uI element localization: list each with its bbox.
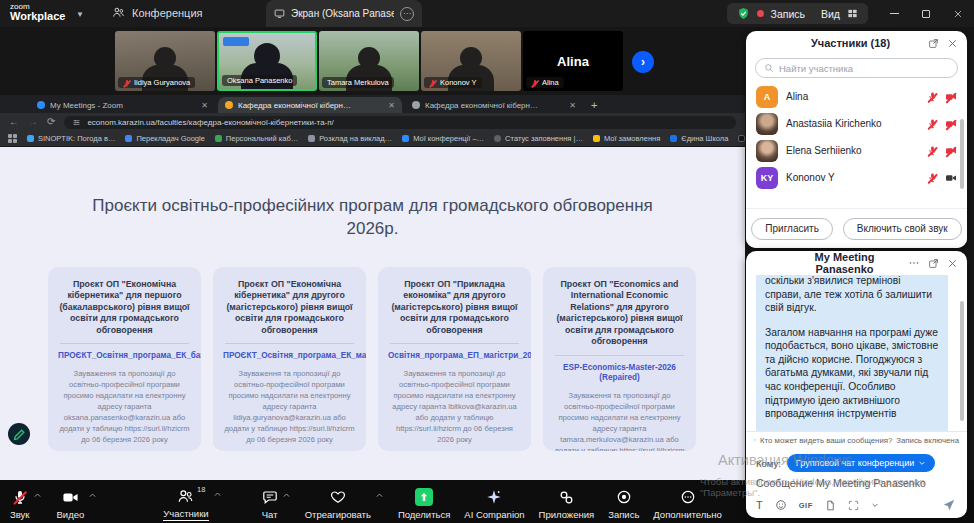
program-document-link[interactable]: Освітня_програма_ЕП_магістри_2026_проєкт xyxy=(388,351,521,362)
participant-row[interactable]: KY Kononov Y xyxy=(746,164,967,191)
privacy-question[interactable]: Кто может видеть ваши сообщения? xyxy=(760,436,892,445)
camera-off-icon[interactable] xyxy=(945,91,957,103)
participant-row[interactable]: Anastasiia Kirichenko xyxy=(746,110,967,137)
video-tile[interactable]: Tamara Merkulova xyxy=(319,31,419,91)
minimize-button[interactable] xyxy=(878,0,910,27)
bookmark-favicon xyxy=(402,135,409,142)
back-icon[interactable]: ← xyxy=(9,117,19,127)
chat-messages[interactable]: оскільки з'явилися термінові справи, але… xyxy=(746,275,967,431)
close-tab-icon[interactable]: ✕ xyxy=(388,101,395,110)
bookmark[interactable]: Human xyxy=(738,134,745,143)
mic-off-icon[interactable] xyxy=(927,91,938,102)
popout-icon[interactable] xyxy=(928,258,939,269)
more-options-icon[interactable] xyxy=(908,257,920,269)
chat-options-chevron[interactable] xyxy=(282,491,291,500)
card-title: Проєкт ОП "Економічна кібернетика" для д… xyxy=(223,279,356,336)
accessibility-widget-button[interactable] xyxy=(8,423,30,445)
camera-off-icon[interactable] xyxy=(945,145,957,157)
participant-row-partial[interactable] xyxy=(746,191,967,193)
unmute-button[interactable]: Включить свой звук xyxy=(843,218,962,240)
program-card: Проєкт ОП "Економічна кібернетика" для п… xyxy=(48,267,201,451)
zoom-favicon xyxy=(37,101,45,109)
video-tile-active-speaker[interactable]: Oksana Panasenko xyxy=(217,31,317,91)
react-options-chevron[interactable] xyxy=(375,491,384,500)
mic-off-icon[interactable] xyxy=(927,172,938,183)
program-document-link[interactable]: ПРОЄКТ_Освітня_програма_ЕК_магістри_2026 xyxy=(223,351,356,362)
apps-grid-icon[interactable] xyxy=(8,134,17,143)
video-button[interactable]: Видео xyxy=(56,483,84,520)
invite-button[interactable]: Пригласить xyxy=(751,218,833,240)
screen-capture-icon[interactable] xyxy=(848,500,859,511)
chat-bubble-icon xyxy=(262,488,278,506)
emoji-icon[interactable] xyxy=(775,499,787,511)
participants-button[interactable]: 18 Участники xyxy=(163,482,208,521)
gif-icon[interactable]: GIF xyxy=(799,501,813,510)
tab-screen-share[interactable]: Экран (Oksana Panasenko) ⋯ xyxy=(266,0,422,27)
close-icon[interactable] xyxy=(947,38,958,49)
tab-options-icon[interactable]: ⋯ xyxy=(400,7,414,21)
recording-label[interactable]: Запись xyxy=(771,8,805,20)
tune-icon[interactable] xyxy=(72,118,81,127)
participant-search[interactable] xyxy=(755,58,958,78)
chat-button[interactable]: Чат xyxy=(262,483,278,520)
bookmark[interactable]: SINOPTIK: Погода в… xyxy=(27,134,115,143)
program-document-link[interactable]: ESP-Economics-Master-2026 (Repaired) xyxy=(553,363,686,384)
video-tile[interactable]: Iidiya Guryanova xyxy=(115,31,215,91)
program-document-link[interactable]: ПРОЄКТ_Освітня_програма_ЕК_бакалаври_202… xyxy=(58,351,191,362)
share-screen-button[interactable]: Поделиться xyxy=(398,483,450,520)
forward-icon[interactable]: → xyxy=(28,117,38,127)
participant-row[interactable]: Elena Serhiienko xyxy=(746,137,967,164)
bookmark-favicon xyxy=(308,135,315,142)
close-tab-icon[interactable]: ✕ xyxy=(569,101,576,110)
record-button[interactable]: Запись xyxy=(608,483,639,520)
next-participants-button[interactable]: › xyxy=(632,51,654,73)
popout-icon[interactable] xyxy=(928,38,939,49)
bookmark[interactable]: Єдина Школа xyxy=(670,134,728,143)
address-bar[interactable]: econom.karazin.ua/faculties/кафедра-екон… xyxy=(64,116,736,129)
close-icon[interactable] xyxy=(947,258,958,269)
grid-view-icon[interactable] xyxy=(847,8,858,19)
video-tile[interactable]: Kononov Y xyxy=(421,31,521,91)
bookmark[interactable]: Розклад на виклад… xyxy=(308,134,392,143)
close-tab-icon[interactable]: ✕ xyxy=(201,101,208,110)
apps-button[interactable]: Приложения xyxy=(539,483,595,520)
bookmark[interactable]: Статус заповнення |… xyxy=(494,134,583,143)
bookmark[interactable]: Мої конференції –… xyxy=(402,134,484,143)
send-icon[interactable] xyxy=(942,498,956,512)
scrollbar[interactable] xyxy=(960,301,964,421)
reload-icon[interactable]: ⟳ xyxy=(47,117,55,127)
react-button[interactable]: Отреагировать xyxy=(305,483,371,520)
maximize-button[interactable] xyxy=(910,0,942,27)
mic-off-icon[interactable] xyxy=(927,145,938,156)
bookmark[interactable]: Персональний каб… xyxy=(215,134,298,143)
audio-button[interactable]: Звук xyxy=(10,483,29,520)
video-options-chevron[interactable] xyxy=(88,491,97,500)
browser-tab[interactable]: Кафедра економічної кіберн… ✕ xyxy=(405,97,583,113)
camera-on-icon[interactable] xyxy=(945,172,957,184)
more-button[interactable]: Дополнительно xyxy=(653,483,721,520)
recipient-selector[interactable]: Групповой чат конференции xyxy=(787,454,935,472)
video-tile[interactable]: Alina Alina xyxy=(523,31,623,91)
audio-options-chevron[interactable] xyxy=(33,491,42,500)
view-label[interactable]: Вид xyxy=(821,8,840,20)
browser-tab[interactable]: My Meetings - Zoom ✕ xyxy=(30,97,215,113)
shield-check-icon[interactable] xyxy=(737,7,750,20)
format-text-icon[interactable]: T xyxy=(756,499,763,511)
chevron-down-icon[interactable] xyxy=(871,501,879,509)
participants-options-chevron[interactable] xyxy=(213,490,222,499)
chat-compose-input[interactable] xyxy=(756,477,956,489)
browser-tab-active[interactable]: Кафедра економічної кіберн… ✕ xyxy=(218,97,402,113)
mic-off-icon[interactable] xyxy=(927,118,938,129)
participant-row[interactable]: A Alina xyxy=(746,83,967,110)
close-window-button[interactable] xyxy=(942,0,974,27)
bookmark[interactable]: Мої замовлення xyxy=(593,134,660,143)
scrollbar[interactable] xyxy=(960,119,964,189)
bookmark[interactable]: Перекладач Google xyxy=(125,134,204,143)
file-icon[interactable] xyxy=(825,500,836,511)
chevron-down-icon[interactable]: ▼ xyxy=(76,10,84,19)
new-tab-button[interactable]: + xyxy=(591,99,597,111)
search-input[interactable] xyxy=(779,63,949,74)
tab-conference[interactable]: Конференция xyxy=(112,6,202,19)
ai-companion-button[interactable]: AI Companion xyxy=(464,483,524,520)
camera-off-icon[interactable] xyxy=(945,118,957,130)
